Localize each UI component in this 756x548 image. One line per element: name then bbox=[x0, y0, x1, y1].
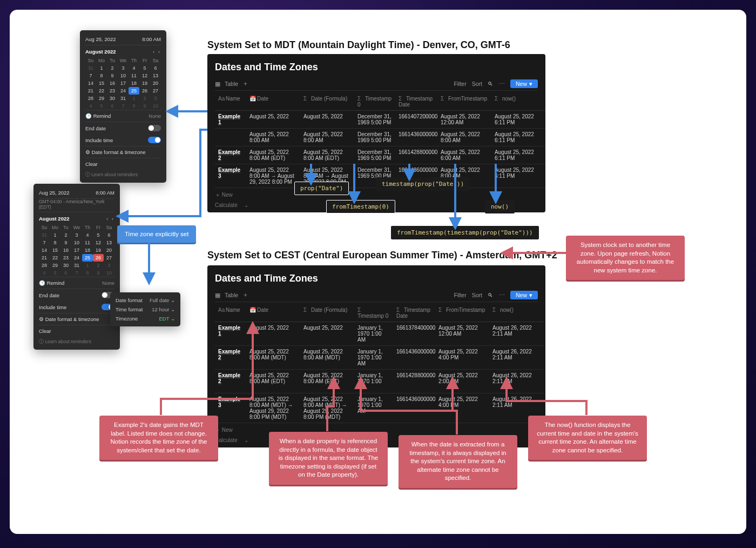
add-view-icon[interactable]: ＋ bbox=[242, 291, 248, 299]
table-row[interactable]: Example 2August 25, 2022 8:00 AM (EDT)Au… bbox=[215, 146, 545, 164]
calendar-day[interactable]: 7 bbox=[85, 72, 96, 79]
calendar-day[interactable]: 12 bbox=[93, 239, 104, 246]
filter-button[interactable]: Filter bbox=[454, 81, 466, 87]
options-icon[interactable]: ⋯ bbox=[499, 292, 505, 298]
calendar-day[interactable]: 17 bbox=[118, 79, 129, 87]
calendar-day[interactable]: 8 bbox=[96, 72, 107, 79]
calendar-day[interactable]: 12 bbox=[139, 72, 150, 79]
calendar-day[interactable]: 28 bbox=[85, 95, 96, 102]
calculate[interactable]: Calculate bbox=[215, 437, 238, 443]
end-date-toggle[interactable] bbox=[148, 125, 161, 131]
calendar-day[interactable]: 8 bbox=[50, 239, 60, 246]
filter-button[interactable]: Filter bbox=[454, 292, 466, 298]
calendar-day[interactable]: 28 bbox=[39, 262, 50, 269]
calendar-day[interactable]: 29 bbox=[96, 95, 107, 102]
calendar-day[interactable]: 1 bbox=[50, 231, 60, 239]
calendar-day[interactable]: 26 bbox=[93, 254, 104, 262]
calendar-day[interactable]: 1 bbox=[129, 95, 139, 102]
calendar-day[interactable]: 5 bbox=[96, 102, 107, 110]
calendar-day[interactable]: 10 bbox=[104, 269, 114, 277]
options-icon[interactable]: ⋯ bbox=[499, 81, 505, 87]
search-icon[interactable]: 🔍︎ bbox=[488, 81, 494, 87]
calendar-day[interactable]: 11 bbox=[129, 72, 139, 79]
next-month-icon[interactable]: › bbox=[158, 49, 161, 55]
clear-button[interactable]: Clear bbox=[85, 161, 98, 167]
calendar-day[interactable]: 11 bbox=[82, 239, 93, 246]
include-time-toggle[interactable] bbox=[148, 137, 161, 143]
table-row[interactable]: Example 2August 25, 2022 8:00 AM (MDT)Au… bbox=[215, 346, 543, 370]
calendar-day[interactable]: 3 bbox=[118, 64, 129, 72]
calendar-day[interactable]: 4 bbox=[39, 269, 50, 277]
calendar-day[interactable]: 3 bbox=[104, 262, 114, 269]
calendar-day[interactable]: 8 bbox=[82, 269, 93, 277]
calendar-day[interactable]: 22 bbox=[50, 254, 60, 262]
calendar-day[interactable]: 7 bbox=[118, 102, 129, 110]
calendar-day[interactable]: 8 bbox=[129, 102, 139, 110]
calendar-day[interactable]: 18 bbox=[129, 79, 139, 87]
calendar-day[interactable]: 6 bbox=[104, 231, 114, 239]
calendar-day[interactable]: 14 bbox=[85, 79, 96, 87]
search-icon[interactable]: 🔍︎ bbox=[488, 292, 494, 298]
calendar-day[interactable]: 3 bbox=[71, 231, 82, 239]
view-tab[interactable]: Table bbox=[225, 292, 238, 298]
calendar-day[interactable]: 2 bbox=[107, 64, 118, 72]
date-input[interactable]: Aug 25, 2022 bbox=[85, 36, 116, 42]
calendar-day[interactable]: 31 bbox=[118, 95, 129, 102]
calendar-day[interactable]: 22 bbox=[96, 87, 107, 95]
calendar-day[interactable]: 17 bbox=[71, 246, 82, 254]
calendar-day[interactable]: 20 bbox=[104, 246, 114, 254]
calendar-day[interactable]: 4 bbox=[85, 102, 96, 110]
calendar-day[interactable]: 31 bbox=[39, 231, 50, 239]
calendar-day[interactable]: 21 bbox=[85, 87, 96, 95]
calendar-day[interactable]: 7 bbox=[39, 239, 50, 246]
calendar-day[interactable]: 4 bbox=[129, 64, 139, 72]
prev-month-icon[interactable]: ‹ bbox=[153, 49, 156, 55]
calendar-day[interactable]: 25 bbox=[129, 87, 139, 95]
calendar-day[interactable]: 2 bbox=[139, 95, 150, 102]
calendar-day[interactable]: 20 bbox=[150, 79, 161, 87]
calendar-day[interactable]: 13 bbox=[150, 72, 161, 79]
calendar-day[interactable]: 6 bbox=[60, 269, 71, 277]
calendar-day[interactable]: 16 bbox=[60, 246, 71, 254]
table-row[interactable]: August 25, 2022 8:00 AMAugust 25, 2022 8… bbox=[215, 129, 545, 146]
calendar-day[interactable]: 6 bbox=[107, 102, 118, 110]
calendar-day[interactable]: 4 bbox=[82, 231, 93, 239]
calendar-day[interactable]: 10 bbox=[150, 102, 161, 110]
prev-month-icon[interactable]: ‹ bbox=[106, 216, 109, 222]
calendar-day[interactable]: 26 bbox=[139, 87, 150, 95]
time-input[interactable]: 8:00 AM bbox=[142, 36, 161, 42]
calendar-day[interactable]: 5 bbox=[93, 231, 104, 239]
add-view-icon[interactable]: ＋ bbox=[242, 80, 248, 88]
calendar-day[interactable]: 9 bbox=[60, 239, 71, 246]
calendar-day[interactable]: 24 bbox=[118, 87, 129, 95]
calendar-day[interactable]: 29 bbox=[50, 262, 60, 269]
calendar-day[interactable]: 27 bbox=[104, 254, 114, 262]
new-button[interactable]: New▾ bbox=[510, 79, 538, 88]
calendar-day[interactable]: 16 bbox=[107, 79, 118, 87]
date-input[interactable]: Aug 25, 2022 bbox=[39, 190, 70, 196]
calendar-day[interactable]: 31 bbox=[71, 262, 82, 269]
calendar-day[interactable]: 1 bbox=[96, 64, 107, 72]
calendar-day[interactable]: 1 bbox=[82, 262, 93, 269]
calendar-day[interactable]: 9 bbox=[107, 72, 118, 79]
table-row[interactable]: Example 1August 25, 2022August 25, 2022J… bbox=[215, 322, 543, 346]
sort-button[interactable]: Sort bbox=[472, 81, 482, 87]
calendar-day[interactable]: 23 bbox=[107, 87, 118, 95]
calendar-day[interactable]: 25 bbox=[82, 254, 93, 262]
calculate[interactable]: Calculate bbox=[215, 202, 238, 208]
date-format-popout[interactable]: Date formatFull date ⌄ Time format12 hou… bbox=[110, 292, 180, 326]
calendar-day[interactable]: 2 bbox=[93, 262, 104, 269]
calendar-day[interactable]: 14 bbox=[39, 246, 50, 254]
table-row[interactable]: Example 1August 25, 2022August 25, 2022D… bbox=[215, 111, 545, 129]
next-month-icon[interactable]: › bbox=[112, 216, 114, 222]
calendar-day[interactable]: 23 bbox=[60, 254, 71, 262]
calendar-day[interactable]: 9 bbox=[93, 269, 104, 277]
view-tab[interactable]: Table bbox=[225, 81, 238, 87]
calendar-day[interactable]: 10 bbox=[71, 239, 82, 246]
calendar-day[interactable]: 19 bbox=[93, 246, 104, 254]
date-picker-1[interactable]: Aug 25, 2022 8:00 AM August 2022 ‹ › SuM… bbox=[80, 30, 166, 183]
calendar-day[interactable]: 21 bbox=[39, 254, 50, 262]
calendar-day[interactable]: 24 bbox=[71, 254, 82, 262]
clear-button[interactable]: Clear bbox=[39, 328, 51, 334]
calendar-day[interactable]: 3 bbox=[150, 95, 161, 102]
